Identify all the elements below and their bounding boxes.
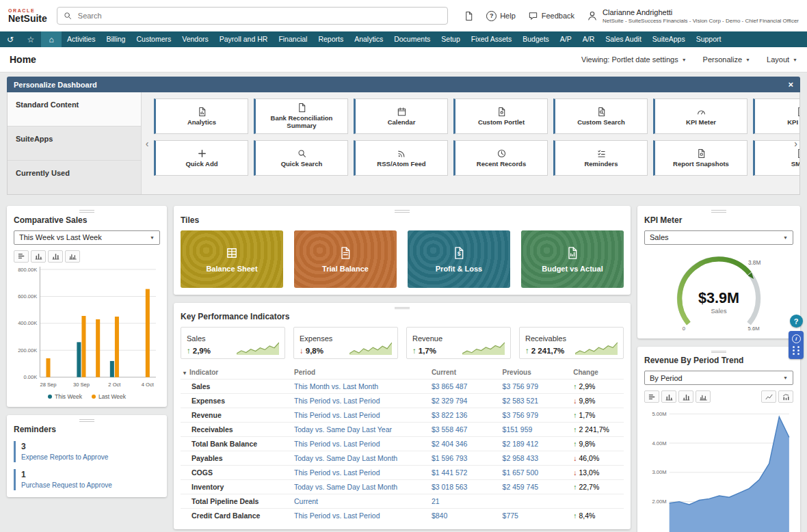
layout-menu[interactable]: Layout▼ <box>767 55 797 64</box>
user-menu[interactable]: Clarianne Andrighetti NetSuite - SuiteSu… <box>587 8 799 24</box>
feedback-button[interactable]: Feedback <box>528 11 574 21</box>
netsuite-logo[interactable]: ORACLE NetSuite <box>8 8 47 23</box>
kpi-period-link[interactable]: This Month vs. Last Month <box>291 380 429 394</box>
kpi-previous-link[interactable]: $2 189 412 <box>500 437 571 451</box>
home-icon[interactable]: ⌂ <box>41 31 62 47</box>
portlet-card-quick-search[interactable]: Quick Search <box>254 140 348 176</box>
nav-item-a-p[interactable]: A/P <box>555 31 577 47</box>
chevron-left-icon[interactable]: ‹ <box>142 92 153 194</box>
kpi-current-link[interactable]: $1 596 793 <box>429 451 500 466</box>
search-input[interactable] <box>57 7 448 25</box>
chart-type-column2-button[interactable] <box>48 250 63 263</box>
personalize-menu[interactable]: Personalize▼ <box>703 55 750 64</box>
portlet-card-bank-reconciliation-summary[interactable]: Bank Reconciliation Summary <box>254 98 348 134</box>
kpi-previous-link[interactable]: $775 <box>500 509 571 523</box>
close-icon[interactable]: × <box>788 80 793 89</box>
chart-type-column-button[interactable] <box>661 390 676 403</box>
chart-type-grouped-button[interactable] <box>696 390 711 403</box>
kpi-period-link[interactable]: This Period vs. Last Period <box>291 509 429 523</box>
portlet-card-analytics[interactable]: Analytics <box>154 98 248 134</box>
kpi-current-link[interactable]: $2 329 794 <box>429 394 500 408</box>
portlet-card-calendar[interactable]: Calendar <box>354 98 448 134</box>
personalize-tab-currently-used[interactable]: Currently Used <box>8 161 141 194</box>
kpi-period-link[interactable]: Current <box>291 494 429 509</box>
kpi-current-link[interactable]: $3 558 467 <box>429 423 500 437</box>
nav-item-sales-audit[interactable]: Sales Audit <box>600 31 647 47</box>
nav-item-a-r[interactable]: A/R <box>577 31 600 47</box>
reminder-link-purchase-request-to-approve[interactable]: Purchase Request to Approve <box>21 481 160 489</box>
nav-item-documents[interactable]: Documents <box>388 31 436 47</box>
kpi-card-revenue[interactable]: Revenue↑1,7% <box>406 327 511 359</box>
nav-item-billing[interactable]: Billing <box>101 31 131 47</box>
kpi-period-link[interactable]: This Period vs. Last Period <box>291 437 429 451</box>
kpi-period-link[interactable]: Today vs. Same Day Last Year <box>291 423 429 437</box>
nav-item-payroll-and-hr[interactable]: Payroll and HR <box>214 31 274 47</box>
revenue-trend-select[interactable]: By Period ▼ <box>644 371 793 385</box>
portlet-card-report-snapshots[interactable]: Report Snapshots <box>653 140 748 176</box>
kpi-previous-link[interactable]: $2 583 521 <box>500 394 571 408</box>
help-bubble-button[interactable]: ? <box>790 315 803 328</box>
kpi-meter-select[interactable]: Sales ▼ <box>644 230 793 245</box>
tile-budget-vs-actual[interactable]: Budget vs Actual <box>521 230 624 288</box>
tile-balance-sheet[interactable]: Balance Sheet <box>181 230 283 288</box>
nav-item-fixed-assets[interactable]: Fixed Assets <box>466 31 518 47</box>
kpi-period-link[interactable]: Today vs. Same Day Last Month <box>291 480 429 494</box>
nav-item-analytics[interactable]: Analytics <box>349 31 388 47</box>
drag-handle[interactable] <box>79 419 94 422</box>
kpi-previous-link[interactable]: $2 958 433 <box>500 451 571 466</box>
kpi-previous-link[interactable]: $2 459 745 <box>500 480 571 494</box>
kpi-period-link[interactable]: This Period vs. Last Period <box>291 466 429 480</box>
drag-handle[interactable] <box>711 210 726 213</box>
kpi-current-link[interactable]: 21 <box>429 494 500 509</box>
portlet-card-kpi-meter[interactable]: KPI Meter <box>653 98 748 134</box>
nav-item-suiteapps[interactable]: SuiteApps <box>647 31 691 47</box>
kpi-period-link[interactable]: This Period vs. Last Period <box>291 408 429 423</box>
kpi-period-link[interactable]: Today vs. Same Day Last Month <box>291 451 429 466</box>
portlet-card-quick-add[interactable]: Quick Add <box>154 140 248 176</box>
portlet-card-custom-search[interactable]: Custom Search <box>553 98 648 134</box>
kpi-current-link[interactable]: $3 018 563 <box>429 480 500 494</box>
tile-trial-balance[interactable]: Trial Balance <box>294 230 397 288</box>
kpi-current-link[interactable]: $840 <box>429 509 500 523</box>
personalize-tab-standard-content[interactable]: Standard Content <box>8 92 141 127</box>
kpi-current-link[interactable]: $3 822 136 <box>429 408 500 423</box>
nav-item-financial[interactable]: Financial <box>273 31 313 47</box>
portlet-card-reminders[interactable]: Reminders <box>553 140 648 176</box>
personalize-tab-suiteapps[interactable]: SuiteApps <box>8 127 141 161</box>
kpi-card-receivables[interactable]: Receivables↑2 241,7% <box>519 327 624 359</box>
kpi-current-link[interactable]: $3 865 487 <box>429 380 500 394</box>
kpi-previous-link[interactable]: $3 756 979 <box>500 408 571 423</box>
kpi-card-expenses[interactable]: Expenses↓9,8% <box>293 327 398 359</box>
drag-handle[interactable] <box>79 210 94 213</box>
portlet-card-kpi-scor[interactable]: KPI Scor <box>753 98 799 134</box>
recent-pages-button[interactable] <box>464 10 474 22</box>
nav-item-activities[interactable]: Activities <box>62 31 101 47</box>
kpi-previous-link[interactable] <box>500 494 571 509</box>
kpi-previous-link[interactable]: $1 657 500 <box>500 466 571 480</box>
nav-item-support[interactable]: Support <box>691 31 727 47</box>
portlet-card-recent-records[interactable]: Recent Records <box>453 140 548 176</box>
chevron-right-icon[interactable]: › <box>794 138 797 149</box>
chart-type-grouped-button[interactable] <box>65 250 80 263</box>
nav-item-vendors[interactable]: Vendors <box>176 31 214 47</box>
collapse-caret-icon[interactable]: ▾ <box>183 370 186 376</box>
drag-handle[interactable] <box>395 210 410 213</box>
nav-item-budgets[interactable]: Budgets <box>517 31 555 47</box>
chart-type-line-button[interactable] <box>761 390 776 403</box>
comparative-sales-range-select[interactable]: This Week vs Last Week ▼ <box>14 230 160 245</box>
reminder-link-expense-reports-to-approve[interactable]: Expense Reports to Approve <box>21 453 160 461</box>
portlet-card-rss-atom-feed[interactable]: RSS/Atom Feed <box>354 140 448 176</box>
portlet-card-custom-portlet[interactable]: Custom Portlet <box>453 98 548 134</box>
kpi-period-link[interactable]: This Period vs. Last Period <box>291 394 429 408</box>
nav-item-customers[interactable]: Customers <box>131 31 176 47</box>
chart-type-hbar-button[interactable] <box>14 250 29 263</box>
nav-item-reports[interactable]: Reports <box>313 31 349 47</box>
info-feedback-button[interactable]: i <box>789 331 804 359</box>
chart-type-combo-button[interactable] <box>778 390 793 403</box>
history-icon[interactable]: ↺ <box>0 31 21 47</box>
kpi-previous-link[interactable]: $151 959 <box>500 423 571 437</box>
portlet-card-smt-l[interactable]: SMT L <box>753 140 799 176</box>
help-button[interactable]: ? Help <box>486 11 516 21</box>
chart-type-column-button[interactable] <box>31 250 46 263</box>
tile-profit-loss[interactable]: $Profit & Loss <box>408 230 510 288</box>
